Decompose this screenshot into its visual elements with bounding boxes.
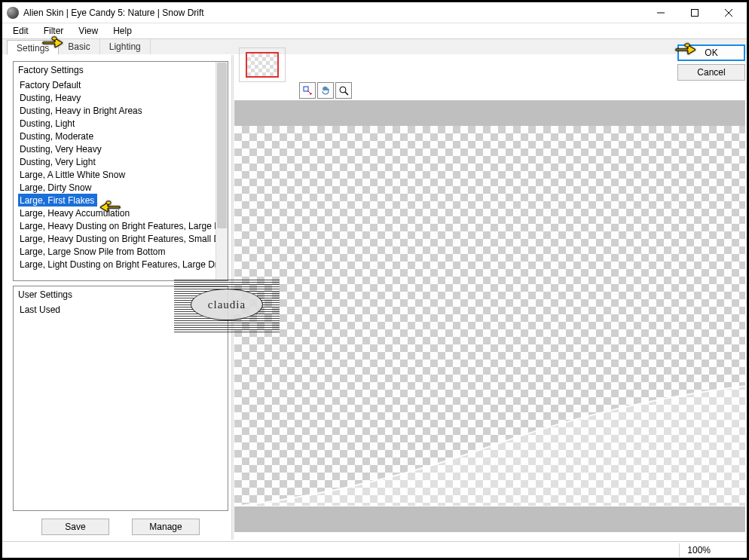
zoom-tool-icon[interactable]	[335, 82, 352, 99]
transparency-checker	[234, 126, 745, 506]
zoom-level: 100%	[679, 543, 733, 557]
window-title: Alien Skin | Eye Candy 5: Nature | Snow …	[23, 8, 204, 18]
titlebar: Alien Skin | Eye Candy 5: Nature | Snow …	[2, 2, 747, 23]
svg-point-5	[340, 87, 346, 93]
factory-settings-list[interactable]: Factory Settings Factory DefaultDusting,…	[13, 61, 228, 281]
tool-icons	[299, 82, 352, 99]
user-settings-list[interactable]: User Settings Last Used	[13, 286, 228, 511]
list-item[interactable]: Dusting, Very Heavy	[18, 142, 214, 155]
panel-divider[interactable]	[231, 55, 234, 540]
minimize-button[interactable]	[644, 3, 677, 23]
list-item[interactable]: Large, Light Dusting on Bright Features,…	[18, 258, 214, 271]
tab-basic[interactable]: Basic	[59, 39, 99, 54]
left-panel: Factory Settings Factory DefaultDusting,…	[2, 55, 233, 540]
tab-lighting[interactable]: Lighting	[100, 39, 151, 54]
app-icon	[7, 7, 19, 19]
scrollbar-thumb[interactable]	[217, 63, 227, 228]
list-item[interactable]: Dusting, Very Light	[18, 155, 214, 168]
factory-settings-header: Factory Settings	[14, 62, 228, 78]
main-area: Factory Settings Factory DefaultDusting,…	[2, 55, 747, 540]
list-item[interactable]: Dusting, Heavy in Bright Areas	[18, 104, 214, 117]
list-item[interactable]: Large, First Flakes	[18, 194, 97, 207]
close-button[interactable]	[711, 3, 745, 23]
menu-help[interactable]: Help	[107, 24, 138, 38]
list-item[interactable]: Dusting, Heavy	[18, 91, 214, 104]
statusbar: 100%	[2, 541, 747, 558]
menu-edit[interactable]: Edit	[7, 24, 35, 38]
left-button-row: Save Manage	[13, 519, 228, 535]
menu-filter[interactable]: Filter	[38, 24, 70, 38]
menubar: Edit Filter View Help	[2, 23, 747, 38]
tab-settings[interactable]: Settings	[7, 40, 59, 55]
list-item[interactable]: Large, Heavy Dusting on Bright Features,…	[18, 219, 214, 232]
maximize-button[interactable]	[677, 3, 711, 23]
move-tool-icon[interactable]	[299, 82, 316, 99]
list-item[interactable]: Large, A Little White Snow	[18, 168, 214, 181]
hand-tool-icon[interactable]	[317, 82, 334, 99]
window-controls	[644, 3, 745, 23]
cancel-button[interactable]: Cancel	[677, 64, 745, 81]
list-item[interactable]: Large, Heavy Accumulation	[18, 207, 214, 219]
svg-rect-1	[691, 9, 698, 16]
menu-view[interactable]: View	[72, 24, 104, 38]
preview-canvas[interactable]	[234, 100, 745, 532]
thumbnail-zone	[239, 47, 286, 82]
user-settings-header: User Settings	[14, 286, 228, 303]
svg-line-6	[345, 92, 348, 95]
list-item[interactable]: Dusting, Light	[18, 117, 214, 130]
list-item[interactable]: Large, Heavy Dusting on Bright Features,…	[18, 232, 214, 245]
list-item[interactable]: Last Used	[18, 303, 214, 316]
preview-thumbnail[interactable]	[239, 47, 286, 82]
right-panel: OK Cancel	[233, 55, 747, 540]
manage-button[interactable]: Manage	[132, 519, 200, 535]
save-button[interactable]: Save	[41, 519, 109, 535]
list-item[interactable]: Large, Dirty Snow	[18, 181, 214, 194]
ok-button[interactable]: OK	[677, 44, 745, 61]
action-buttons: OK Cancel	[677, 44, 745, 81]
list-item[interactable]: Large, Large Snow Pile from Bottom	[18, 245, 214, 258]
tabrow: Settings Basic Lighting	[2, 38, 747, 55]
list-item[interactable]: Factory Default	[18, 78, 214, 91]
scrollbar[interactable]	[216, 62, 228, 280]
thumbnail-selection-icon	[246, 52, 279, 78]
list-item[interactable]: Dusting, Moderate	[18, 130, 214, 142]
